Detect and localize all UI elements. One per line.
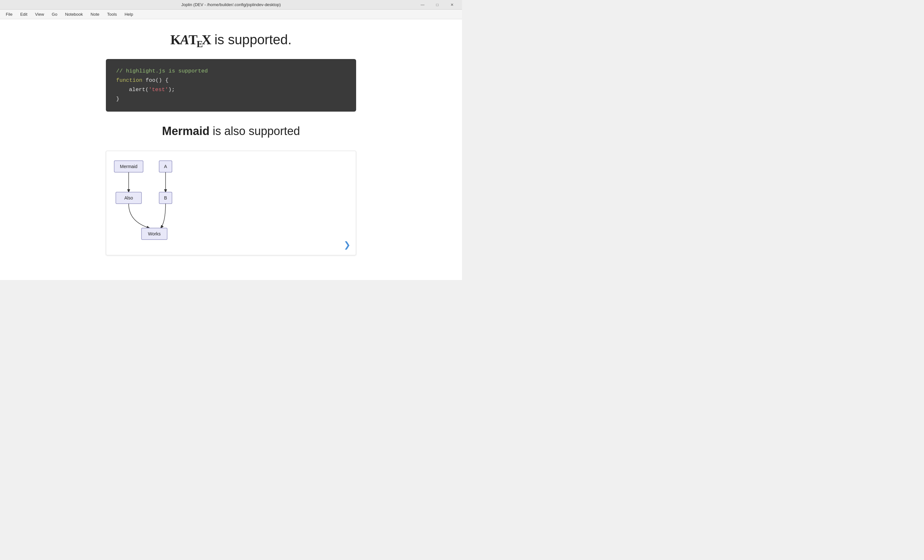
forward-arrow-button[interactable]: ❯	[344, 240, 351, 250]
code-plain-foo: foo() {	[142, 77, 169, 83]
window-title: Joplin (DEV - /home/builder/.config/jopl…	[181, 2, 281, 7]
node-works-label: Works	[148, 231, 160, 237]
code-semicolon: );	[168, 87, 174, 93]
menu-item-help[interactable]: Help	[121, 10, 136, 18]
window-controls: — □ ✕	[415, 0, 459, 9]
node-mermaid-label: Mermaid	[120, 164, 137, 169]
code-line-2: function foo() {	[116, 76, 346, 85]
menu-item-go[interactable]: Go	[48, 10, 60, 18]
katex-heading: KATEX is supported.	[170, 32, 292, 49]
close-button[interactable]: ✕	[445, 0, 459, 10]
maximize-button[interactable]: □	[430, 0, 445, 10]
menu-item-view[interactable]: View	[32, 10, 47, 18]
mermaid-heading-bold: Mermaid	[162, 124, 210, 138]
menu-item-file[interactable]: File	[3, 10, 16, 18]
code-alert: alert(	[129, 87, 148, 93]
menu-item-tools[interactable]: Tools	[104, 10, 120, 18]
minimize-button[interactable]: —	[415, 0, 430, 10]
katex-suffix: is supported.	[211, 32, 292, 47]
node-also-label: Also	[124, 195, 133, 201]
arrow-also-works	[129, 204, 150, 228]
mermaid-diagram-container: Mermaid A Also B Works	[106, 151, 356, 255]
mermaid-heading-rest: is also supported	[210, 124, 300, 138]
node-a-label: A	[164, 164, 167, 169]
mermaid-diagram-svg: Mermaid A Also B Works	[112, 157, 209, 247]
katex-logo: KATEX	[170, 32, 211, 47]
mermaid-heading: Mermaid is also supported	[162, 124, 300, 138]
menu-item-edit[interactable]: Edit	[17, 10, 30, 18]
arrow-b-works	[161, 204, 165, 228]
code-line-1: // highlight.js is supported	[116, 67, 346, 76]
menu-item-notebook[interactable]: Notebook	[62, 10, 86, 18]
node-b-label: B	[164, 195, 167, 201]
menu-item-note[interactable]: Note	[87, 10, 102, 18]
code-block: // highlight.js is supported function fo…	[106, 59, 356, 112]
main-content: KATEX is supported. // highlight.js is s…	[0, 19, 462, 280]
code-keyword-function: function	[116, 77, 142, 83]
code-line-3: alert('test');	[116, 85, 346, 94]
code-line-4: }	[116, 94, 346, 104]
menu-bar: FileEditViewGoNotebookNoteToolsHelp	[0, 10, 462, 19]
title-bar: Joplin (DEV - /home/builder/.config/jopl…	[0, 0, 462, 10]
code-string-test: 'test'	[148, 87, 168, 93]
